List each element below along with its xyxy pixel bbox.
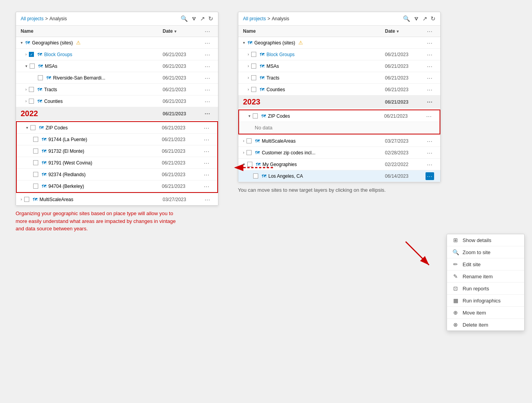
- menu-rename-item[interactable]: ✎ Rename item: [447, 270, 524, 283]
- tracts-chevron-right[interactable]: ›: [248, 76, 249, 80]
- zip-chevron-left[interactable]: ▾: [26, 125, 28, 130]
- year-2022-actions[interactable]: ···: [202, 111, 213, 117]
- bg-actions-right[interactable]: ···: [424, 51, 436, 58]
- bg-chevron-right[interactable]: ›: [248, 52, 249, 57]
- sort-icon-right[interactable]: ▾: [397, 29, 399, 34]
- zip-redlands-actions[interactable]: ···: [201, 171, 213, 178]
- bg-date-left: 06/21/2023: [163, 52, 202, 57]
- customer-zip-chevron[interactable]: ›: [243, 150, 244, 155]
- geo-chevron-right[interactable]: ▾: [243, 41, 245, 45]
- riverside-checkbox-left[interactable]: [38, 75, 43, 80]
- msas-actions-left[interactable]: ···: [202, 63, 213, 69]
- msas-name-left: ▾ 🗺 MSAs: [25, 64, 163, 69]
- bg-checkbox-right[interactable]: [251, 52, 256, 57]
- zip-la-puente-date: 06/21/2023: [162, 137, 201, 142]
- geo-actions-left[interactable]: ···: [202, 40, 213, 46]
- zip-la-puente-check[interactable]: [33, 137, 38, 142]
- zip-west-covina-check[interactable]: [33, 160, 38, 165]
- zip-berkeley-check[interactable]: [33, 184, 38, 189]
- la-ca-checkbox[interactable]: [253, 173, 258, 179]
- zip-actions-left[interactable]: ···: [201, 125, 213, 131]
- zip-berkeley-actions[interactable]: ···: [201, 183, 213, 189]
- la-ca-actions[interactable]: ···: [424, 173, 436, 179]
- tracts-checkbox-left[interactable]: [29, 87, 34, 92]
- my-geo-checkbox[interactable]: [247, 162, 252, 167]
- zip-el-monte-actions[interactable]: ···: [201, 148, 213, 154]
- menu-move-item[interactable]: ⊕ Move item: [447, 307, 524, 319]
- msas-checkbox-right[interactable]: [251, 64, 256, 69]
- multiscale-chevron-right[interactable]: ›: [243, 139, 244, 143]
- multiscale-checkbox-left[interactable]: [24, 197, 29, 202]
- refresh-icon-left[interactable]: ↻: [208, 15, 213, 22]
- multiscale-row-right: › 🗺 MultiScaleAreas 03/27/2023 ···: [238, 135, 440, 147]
- zip-chevron-right[interactable]: ▾: [248, 114, 250, 118]
- menu-show-details[interactable]: ⊞ Show details: [447, 234, 524, 246]
- msas-actions-right[interactable]: ···: [424, 63, 436, 69]
- year-2023-actions[interactable]: ···: [424, 99, 436, 105]
- geo-chevron-left[interactable]: ▾: [21, 41, 23, 45]
- zip-la-puente-row: 🗺 91744 (La Puente) 06/21/2023 ···: [17, 134, 217, 145]
- breadcrumb-all-projects[interactable]: All projects: [21, 16, 44, 21]
- my-geo-chevron[interactable]: ▾: [243, 162, 245, 166]
- year-2022-date: 06/21/2023: [163, 111, 202, 117]
- bg-date-right: 06/21/2023: [385, 52, 424, 57]
- counties-name-left: › 🗺 Counties: [25, 99, 163, 104]
- counties-icon-left: 🗺: [37, 99, 43, 104]
- menu-edit-site[interactable]: ✏ Edit site: [447, 258, 524, 270]
- customer-zip-checkbox[interactable]: [246, 150, 252, 155]
- msas-checkbox-left[interactable]: [30, 64, 35, 69]
- header-dots-left[interactable]: ···: [205, 28, 211, 34]
- zip-redlands-label: 92374 (Redlands): [48, 172, 85, 177]
- counties-actions-right[interactable]: ···: [424, 87, 436, 93]
- tracts-checkbox-right[interactable]: [251, 75, 256, 80]
- la-ca-icon: 🗺: [261, 173, 267, 179]
- bg-actions-left[interactable]: ···: [202, 51, 213, 58]
- menu-run-infographics[interactable]: ▦ Run infographics: [447, 295, 524, 307]
- zip-checkbox-right[interactable]: [253, 113, 258, 118]
- riverside-name-left: 🗺 Riverside-San Bernardi...: [32, 75, 163, 81]
- tracts-actions-left[interactable]: ···: [202, 87, 213, 93]
- filter-icon-right[interactable]: ⛛: [413, 15, 419, 22]
- msas-chevron-left[interactable]: ▾: [25, 64, 27, 68]
- export-icon-left[interactable]: ↗: [200, 15, 205, 22]
- breadcrumb-all-projects-right[interactable]: All projects: [243, 16, 266, 21]
- tracts-row-left: › 🗺 Tracts 06/21/2023 ···: [16, 84, 218, 95]
- zip-no-data-label: No data: [255, 125, 273, 131]
- menu-zoom-to-site[interactable]: 🔍 Zoom to site: [447, 246, 524, 258]
- counties-chevron-left[interactable]: ›: [25, 99, 27, 103]
- zip-el-monte-check[interactable]: [33, 148, 38, 154]
- counties-checkbox-left[interactable]: [29, 99, 34, 104]
- rename-label: Rename item: [463, 274, 493, 279]
- msas-chevron-right[interactable]: ›: [248, 64, 249, 68]
- zip-checkbox-left[interactable]: [30, 125, 35, 130]
- tracts-chevron-left[interactable]: ›: [25, 87, 27, 92]
- filter-icon-left[interactable]: ⛛: [191, 15, 197, 22]
- header-dots-right[interactable]: ···: [427, 28, 433, 34]
- geo-actions-right[interactable]: ···: [424, 40, 436, 46]
- multiscale-checkbox-right[interactable]: [246, 138, 252, 143]
- search-icon-left[interactable]: 🔍: [181, 15, 188, 22]
- counties-actions-left[interactable]: ···: [202, 98, 213, 104]
- export-icon-right[interactable]: ↗: [422, 15, 427, 22]
- zip-redlands-check[interactable]: [33, 172, 38, 177]
- tracts-actions-right[interactable]: ···: [424, 75, 436, 81]
- my-geo-actions[interactable]: ···: [424, 161, 436, 168]
- bg-chevron-left[interactable]: ›: [25, 52, 27, 57]
- menu-delete-item[interactable]: ⊗ Delete item: [447, 319, 524, 331]
- refresh-icon-right[interactable]: ↻: [431, 15, 436, 22]
- riverside-actions-left[interactable]: ···: [202, 75, 213, 81]
- sort-icon-left[interactable]: ▾: [174, 29, 176, 34]
- multiscale-actions-right[interactable]: ···: [424, 138, 436, 144]
- multiscale-chevron-left[interactable]: ›: [21, 197, 22, 202]
- zip-actions-right[interactable]: ···: [423, 113, 435, 119]
- counties-chevron-right[interactable]: ›: [248, 87, 249, 92]
- counties-checkbox-right[interactable]: [251, 87, 256, 92]
- menu-run-reports[interactable]: ⊡ Run reports: [447, 283, 524, 295]
- la-ca-dots-btn[interactable]: ···: [426, 172, 434, 180]
- zip-west-covina-actions[interactable]: ···: [201, 160, 213, 166]
- zip-la-puente-actions[interactable]: ···: [201, 136, 213, 143]
- search-icon-right[interactable]: 🔍: [403, 15, 410, 22]
- bg-checkbox-left[interactable]: [29, 52, 34, 57]
- multiscale-actions-left[interactable]: ···: [202, 196, 213, 203]
- customer-zip-actions[interactable]: ···: [424, 150, 436, 156]
